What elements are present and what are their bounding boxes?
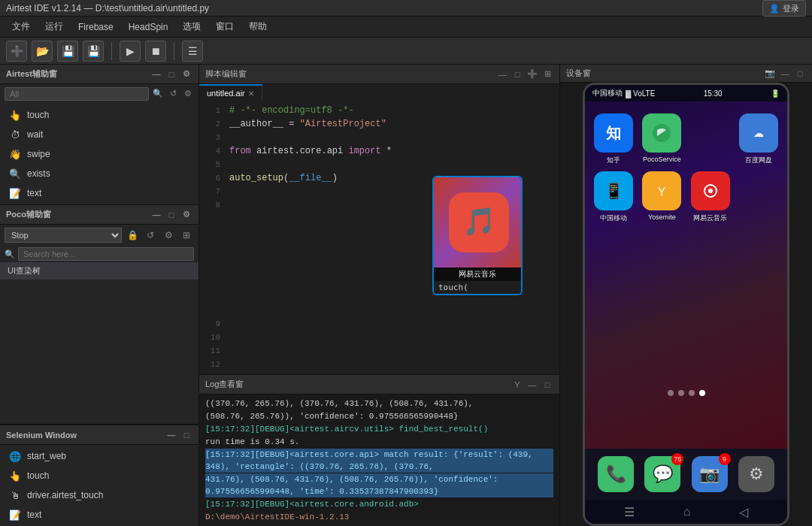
poco-settings-icon[interactable]: ⚙ [161,228,176,243]
airtest-item-exists[interactable]: 🔍 exists [0,164,198,183]
dock-camera[interactable]: 📷 9 [692,456,728,492]
selenium-item-text[interactable]: 📝 text [0,505,198,524]
poco-layout-btn[interactable]: ⊞ [179,228,194,243]
log-line: run time is 0.34 s. [205,436,553,448]
airtest-search-btn[interactable]: 🔍 [152,87,164,99]
new-file-button[interactable]: ➕ [6,41,27,62]
selenium-item-start-web[interactable]: 🌐 start_web [0,446,198,466]
poco-expand-btn[interactable]: □ [165,209,177,221]
selenium-minimize-btn[interactable]: — [165,429,177,441]
selenium-item-touch[interactable]: 👆 touch [0,466,198,485]
left-panel: Airtest辅助窗 — □ ⚙ 🔍 ↺ ⚙ 👆 touch ⏱ [0,65,199,526]
app-yosemite[interactable]: Y Yosemite [641,171,683,223]
device-screenshot-btn[interactable]: 📷 [764,68,776,80]
airtest-settings-btn[interactable]: ⚙ [180,68,192,80]
airtest-search-input[interactable] [5,87,149,101]
poco-tree-item[interactable]: UI查染树 [0,262,198,280]
save-button[interactable]: 💾 [57,41,78,62]
dock-phone[interactable]: 📞 [598,456,634,492]
menu-btn[interactable]: ☰ [624,505,635,519]
home-btn[interactable]: ⌂ [683,505,691,518]
airtest-settings-icon[interactable]: ⚙ [182,87,194,99]
airtest-item-wait[interactable]: ⏱ wait [0,125,198,144]
airtest-item-text[interactable]: 📝 text [0,183,198,203]
menu-options[interactable]: 选项 [177,19,207,35]
camera-badge: 9 [719,453,731,465]
app-baidu[interactable]: ☁ 百度网盘 [738,113,780,165]
touch-icon2: 👆 [9,470,21,482]
airtest-minimize-btn[interactable]: — [150,68,162,80]
editor-menu-btn[interactable]: ⊞ [541,68,553,80]
poco-search-row: 🔍 [0,246,198,262]
app-163music[interactable]: 网易云音乐 [689,171,732,223]
svg-text:Y: Y [658,186,666,198]
phone-screen[interactable]: 知 知乎 PocoService [585,101,787,449]
stop-button[interactable]: ⏹ [145,41,166,62]
editor-expand-btn[interactable]: □ [511,68,523,80]
log-line-highlight: 431.76), (508.76, 431.76), (508.76, 265.… [205,473,553,497]
menu-headspin[interactable]: HeadSpin [123,20,174,34]
time-label: 15:30 [704,89,723,98]
editor-minimize-btn[interactable]: — [496,68,508,80]
tab-untitled[interactable]: untitled.air ✕ [199,84,262,101]
menu-help[interactable]: 帮助 [243,19,273,35]
app-zhihu[interactable]: 知 知乎 [592,113,635,165]
dock-settings[interactable]: ⚙ [738,456,774,492]
log-filter-btn[interactable]: Y [511,379,523,391]
app-cmcc[interactable]: 📱 中国移动 [592,171,635,223]
run-button[interactable]: ▶ [120,41,141,62]
poco-mode-select[interactable]: Stop [5,228,122,243]
poco-settings-btn[interactable]: ⚙ [180,209,192,221]
poco-lock-btn[interactable]: 🔒 [125,228,140,243]
app-empty1 [689,113,732,165]
device-expand-btn[interactable]: □ [794,68,806,80]
poco-search-input[interactable] [18,247,194,261]
log-line: [15:17:32][DEBUG]<airtest.aircv.utils> f… [205,423,553,435]
log-line-path: D:\demo\AirtestIDE-win-1.2.13 [205,511,553,523]
app-empty2 [738,171,780,223]
phone-navbar: ☰ ⌂ ◁ [585,500,787,524]
poco-minimize-btn[interactable]: — [150,209,162,221]
menu-button[interactable]: ☰ [182,41,203,62]
save-as-button[interactable]: 💾 [83,41,104,62]
code-line-5: 5 [199,158,559,171]
selenium-expand-btn[interactable]: □ [180,429,192,441]
app-icon-163music: 🎵 [449,192,509,252]
log-expand-btn[interactable]: □ [541,379,553,391]
airtest-refresh-btn[interactable]: ↺ [167,87,179,99]
dock-messages[interactable]: 💬 76 [644,456,680,492]
log-viewer: Log查看窗 Y — □ ((370.76, 265.76), (370.76,… [199,374,559,526]
log-minimize-btn[interactable]: — [526,379,538,391]
menu-firebase[interactable]: Firebase [72,20,120,34]
open-file-button[interactable]: 📂 [32,41,53,62]
search-icon: 🔍 [5,249,15,259]
menu-window[interactable]: 窗口 [210,19,240,35]
titlebar: Airtest IDE v1.2.14 — D:\test\untitled.a… [0,0,812,17]
editor-header: 脚本编辑窗 — □ ➕ ⊞ [199,65,559,84]
toolbar-separator [111,42,112,60]
selenium-item-driver-touch[interactable]: 🖱 driver.airtest_touch [0,485,198,505]
carrier-label: 中国移动 [592,88,623,98]
toolbar-separator2 [174,42,174,60]
code-editor-area[interactable]: 1 # -*- encoding=utf8 -*- 2 __author__ =… [199,101,559,374]
code-line-11: 11 [199,344,559,358]
login-button[interactable]: 👤 登录 [762,0,806,17]
menubar: 文件 运行 Firebase HeadSpin 选项 窗口 帮助 👤 登录 [0,17,812,38]
yosemite-icon: Y [642,171,681,210]
driver-icon: 🖱 [9,489,21,501]
device-content: 中国移动 ▓ VoLTE 15:30 🔋 知 知乎 [560,83,812,526]
device-minimize-btn[interactable]: — [779,68,791,80]
163music-icon [691,171,730,210]
menu-file[interactable]: 文件 [6,19,36,35]
tab-close-btn[interactable]: ✕ [248,89,254,98]
airtest-expand-btn[interactable]: □ [165,68,177,80]
exists-icon: 🔍 [9,168,21,180]
back-btn[interactable]: ◁ [739,505,748,519]
editor-add-btn[interactable]: ➕ [526,68,538,80]
app-poco[interactable]: PocoService [641,113,683,165]
airtest-item-touch[interactable]: 👆 touch [0,105,198,125]
menu-run[interactable]: 运行 [39,19,69,35]
poco-refresh-btn[interactable]: ↺ [143,228,158,243]
airtest-item-swipe[interactable]: 👋 swipe [0,144,198,164]
main-layout: Airtest辅助窗 — □ ⚙ 🔍 ↺ ⚙ 👆 touch ⏱ [0,65,812,526]
